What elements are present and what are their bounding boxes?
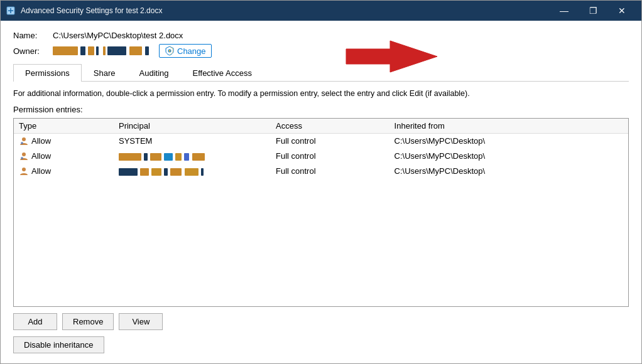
svg-point-2 <box>169 50 171 52</box>
minimize-button[interactable]: — <box>550 1 579 21</box>
tab-effective-access[interactable]: Effective Access <box>180 64 263 82</box>
row3-inherited: C:\Users\MyPC\Desktop\ <box>389 164 628 179</box>
arrow-indicator <box>340 38 440 77</box>
view-button[interactable]: View <box>119 313 163 330</box>
change-btn-label: Change <box>177 46 206 56</box>
perm-entries-label: Permission entries: <box>13 105 629 114</box>
col-access: Access <box>271 119 389 134</box>
tab-share[interactable]: Share <box>82 64 128 82</box>
row1-principal: SYSTEM <box>114 133 271 149</box>
svg-point-8 <box>22 168 26 171</box>
svg-marker-3 <box>346 41 437 72</box>
window-title: Advanced Security Settings for test 2.do… <box>21 6 550 15</box>
svg-point-6 <box>22 153 26 156</box>
row2-access: Full control <box>271 149 389 164</box>
info-text: For additional information, double-click… <box>13 88 629 100</box>
remove-button[interactable]: Remove <box>62 313 114 330</box>
shield-icon <box>165 46 175 56</box>
row3-principal-redacted <box>114 164 271 179</box>
owner-label: Owner: <box>13 46 48 56</box>
window: Advanced Security Settings for test 2.do… <box>0 0 642 364</box>
name-label: Name: <box>13 31 48 40</box>
window-controls: — ❐ ✕ <box>550 1 636 21</box>
tab-permissions[interactable]: Permissions <box>13 64 82 82</box>
content-area: Name: C:\Users\MyPC\Desktop\test 2.docx … <box>1 21 641 363</box>
table-row[interactable]: Allow SYSTEM Full control C:\Users\MyPC\… <box>14 133 628 149</box>
permissions-table: Type Principal Access Inherited from <box>14 119 628 179</box>
tabs-bar: Permissions Share Auditing Effective Acc… <box>13 64 629 82</box>
add-button[interactable]: Add <box>13 313 57 330</box>
disable-inheritance-button[interactable]: Disable inheritance <box>13 336 104 353</box>
close-button[interactable]: ✕ <box>607 1 636 21</box>
row2-inherited: C:\Users\MyPC\Desktop\ <box>389 149 628 164</box>
row1-type: Allow <box>19 136 109 146</box>
maximize-button[interactable]: ❐ <box>579 1 607 21</box>
permissions-table-container: Type Principal Access Inherited from <box>13 118 629 307</box>
tab-auditing[interactable]: Auditing <box>128 64 181 82</box>
window-icon <box>6 6 16 16</box>
change-button[interactable]: Change <box>159 44 212 58</box>
owner-row: Owner: Change <box>13 44 629 58</box>
title-bar: Advanced Security Settings for test 2.do… <box>1 1 641 21</box>
svg-point-5 <box>21 142 23 144</box>
user-icon <box>19 136 29 146</box>
col-inherited: Inherited from <box>389 119 628 134</box>
name-row: Name: C:\Users\MyPC\Desktop\test 2.docx <box>13 31 629 40</box>
row3-type: Allow <box>19 166 109 176</box>
row1-access: Full control <box>271 133 389 149</box>
col-principal: Principal <box>114 119 271 134</box>
col-type: Type <box>14 119 114 134</box>
user-icon <box>19 166 29 176</box>
owner-value-redacted <box>53 46 149 55</box>
table-row[interactable]: Allow <box>14 164 628 179</box>
svg-point-4 <box>22 137 26 141</box>
row1-inherited: C:\Users\MyPC\Desktop\ <box>389 133 628 149</box>
table-row[interactable]: Allow <box>14 149 628 164</box>
footer-buttons: Add Remove View <box>13 313 629 330</box>
row2-principal-redacted <box>114 149 271 164</box>
table-header-row: Type Principal Access Inherited from <box>14 119 628 134</box>
svg-point-7 <box>21 157 23 159</box>
name-value: C:\Users\MyPC\Desktop\test 2.docx <box>53 31 183 40</box>
row2-type: Allow <box>19 151 109 161</box>
row3-access: Full control <box>271 164 389 179</box>
user-icon <box>19 151 29 161</box>
